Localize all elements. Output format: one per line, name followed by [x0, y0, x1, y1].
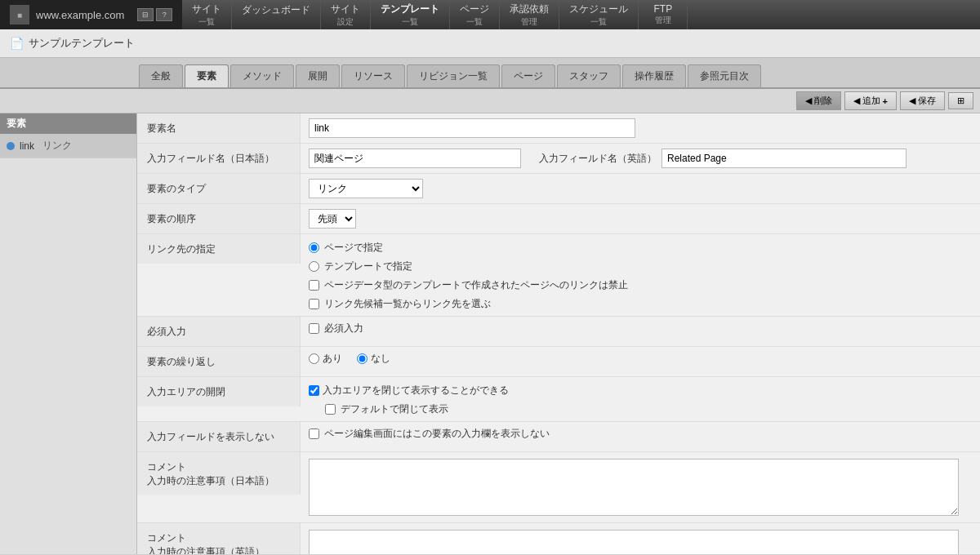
checkbox-pagedata-label: ページデータ型のテンプレートで作成されたページへのリンクは禁止: [324, 278, 628, 292]
tab-staff[interactable]: スタッフ: [557, 64, 621, 87]
label-element-order: 要素の順序: [137, 204, 301, 233]
textarea-comment-ja[interactable]: [309, 459, 959, 516]
required-checkbox-label: 必須入力: [324, 322, 363, 335]
radio-page-label: ページで指定: [324, 241, 383, 255]
checkbox-pagedata[interactable]: [309, 280, 319, 291]
collapse-checkbox-label: 入力エリアを閉じて表示することができる: [323, 384, 509, 397]
row-repeat: 要素の繰り返し あり なし: [137, 347, 980, 377]
checkbox-collapse-default[interactable]: [325, 404, 336, 415]
label-comment-ja: コメント 入力時の注意事項（日本語）: [137, 452, 301, 495]
tab-methods[interactable]: メソッド: [230, 64, 294, 87]
label-collapse: 入力エリアの開閉: [137, 377, 301, 406]
field-name-ja-input[interactable]: [309, 149, 521, 168]
element-type-select[interactable]: リンク テキスト 画像: [309, 179, 423, 198]
app-icon: ■: [10, 5, 29, 24]
save-button[interactable]: ◀ 保存: [900, 91, 945, 110]
template-icon: 📄: [10, 37, 24, 50]
value-comment-en: [301, 523, 980, 554]
link-option-page: ページで指定: [309, 241, 383, 255]
link-option-template: テンプレートで指定: [309, 260, 412, 273]
tab-elements[interactable]: 要素: [185, 64, 229, 87]
radio-repeat-yes[interactable]: [309, 353, 319, 364]
checkbox-collapse[interactable]: [309, 385, 319, 396]
delete-button[interactable]: ◀ 削除: [796, 91, 841, 110]
row-comment-ja: コメント 入力時の注意事項（日本語）: [137, 452, 980, 523]
value-required: 必須入力: [301, 317, 980, 340]
tab-resources[interactable]: リソース: [341, 64, 405, 87]
hide-field-checkbox-label: ページ編集画面にはこの要素の入力欄を表示しない: [324, 427, 550, 441]
collapse-default-option: デフォルトで閉じて表示: [325, 402, 448, 416]
export-button[interactable]: ⊞: [948, 92, 973, 109]
row-collapse: 入力エリアの開閉 入力エリアを閉じて表示することができる デフォルトで閉じて表示: [137, 377, 980, 422]
label-required: 必須入力: [137, 317, 301, 346]
sidebar-item-link[interactable]: link リンク: [0, 134, 136, 158]
nav-template-list[interactable]: テンプレート 一覧: [371, 0, 450, 29]
label-link-target: リンク先の指定: [137, 234, 301, 264]
tab-references[interactable]: 参照元目次: [688, 64, 761, 87]
field-name-en-input[interactable]: [662, 149, 906, 168]
nav-page-list[interactable]: ページ 一覧: [450, 0, 500, 29]
value-field-names: 入力フィールド名（英語）: [301, 144, 980, 173]
logo-area: ■ www.example.com ⊟ ?: [0, 0, 182, 29]
value-element-order: 先頭 末尾: [301, 204, 980, 233]
link-option-pagedata: ページデータ型のテンプレートで作成されたページへのリンクは禁止: [309, 278, 628, 292]
element-order-select[interactable]: 先頭 末尾: [309, 209, 356, 229]
nav-approval[interactable]: 承認依頼 管理: [500, 0, 559, 29]
repeat-option-no: なし: [357, 352, 390, 366]
radio-repeat-yes-label: あり: [323, 352, 342, 366]
action-bar: ◀ 削除 ◀ 追加 + ◀ 保存 ⊞: [0, 89, 980, 113]
row-element-type: 要素のタイプ リンク テキスト 画像: [137, 174, 980, 204]
monitor-icon[interactable]: ⊟: [137, 8, 154, 21]
value-repeat: あり なし: [301, 347, 980, 371]
add-button[interactable]: ◀ 追加 +: [844, 91, 897, 110]
row-link-target: リンク先の指定 ページで指定 テンプレートで指定 ページデータ型のテンプレートで…: [137, 234, 980, 317]
nav-dashboard[interactable]: ダッシュボード: [232, 0, 321, 29]
tab-pages[interactable]: ページ: [501, 64, 555, 87]
value-hide-field: ページ編集画面にはこの要素の入力欄を表示しない: [301, 422, 980, 446]
tab-bar: 全般 要素 メソッド 展開 リソース リビジョン一覧 ページ スタッフ 操作履歴…: [0, 58, 980, 89]
label-element-type: 要素のタイプ: [137, 174, 301, 203]
row-required: 必須入力 必須入力: [137, 317, 980, 347]
nav-items: サイト 一覧 ダッシュボード サイト 設定 テンプレート 一覧 ページ 一覧 承…: [182, 0, 688, 29]
form-area: 要素名 入力フィールド名（日本語） 入力フィールド名（英語） 要素のタイプ: [137, 113, 980, 554]
checkbox-candidates[interactable]: [309, 299, 319, 309]
row-element-order: 要素の順序 先頭 末尾: [137, 204, 980, 234]
collapse-main-option: 入力エリアを閉じて表示することができる: [309, 384, 509, 397]
save-dash-icon: ◀: [909, 95, 915, 106]
radio-page[interactable]: [309, 242, 319, 253]
value-link-target: ページで指定 テンプレートで指定 ページデータ型のテンプレートで作成されたページ…: [301, 234, 980, 316]
row-comment-en: コメント 入力時の注意事項（英語）: [137, 523, 980, 554]
value-collapse: 入力エリアを閉じて表示することができる デフォルトで閉じて表示: [301, 377, 980, 421]
export-icon: ⊞: [957, 95, 964, 106]
label-element-name: 要素名: [137, 113, 301, 143]
textarea-comment-en[interactable]: [309, 530, 959, 554]
topbar: ■ www.example.com ⊟ ? サイト 一覧 ダッシュボード サイト…: [0, 0, 980, 29]
radio-template[interactable]: [309, 261, 319, 272]
sidebar-header: 要素: [0, 113, 136, 134]
tab-general[interactable]: 全般: [139, 64, 183, 87]
radio-template-label: テンプレートで指定: [324, 260, 412, 273]
main-content: 要素 link リンク 要素名 入力フィールド名（日本語） 入力フィールド名: [0, 113, 980, 554]
nav-site-list[interactable]: サイト 一覧: [182, 0, 232, 29]
label-hide-field: 入力フィールドを表示しない: [137, 422, 301, 451]
value-element-name: [301, 113, 980, 143]
nav-schedule[interactable]: スケジュール 一覧: [559, 0, 639, 29]
nav-ftp[interactable]: FTP 管理: [639, 0, 688, 29]
value-comment-ja: [301, 452, 980, 522]
label-field-name-ja: 入力フィールド名（日本語）: [137, 144, 301, 173]
tab-deploy[interactable]: 展開: [296, 64, 340, 87]
checkbox-required[interactable]: [309, 323, 319, 334]
page-title-bar: 📄 サンプルテンプレート: [0, 29, 980, 58]
row-field-names: 入力フィールド名（日本語） 入力フィールド名（英語）: [137, 144, 980, 174]
plus-icon: +: [883, 96, 888, 106]
element-name-input[interactable]: [309, 118, 635, 138]
label-comment-en: コメント 入力時の注意事項（英語）: [137, 523, 301, 554]
tab-history[interactable]: 操作履歴: [622, 64, 686, 87]
nav-site-settings[interactable]: サイト 設定: [321, 0, 371, 29]
page-title: サンプルテンプレート: [29, 36, 135, 51]
checkbox-hide-field[interactable]: [309, 428, 319, 439]
radio-repeat-no[interactable]: [357, 353, 368, 364]
help-icon[interactable]: ?: [156, 8, 172, 21]
tab-revisions[interactable]: リビジョン一覧: [407, 64, 500, 87]
delete-icon: ◀: [805, 95, 812, 106]
